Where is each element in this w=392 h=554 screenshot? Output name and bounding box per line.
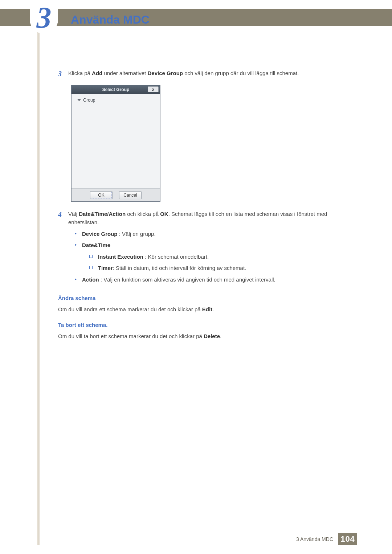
step-text: Välj Date&Time/Action och klicka på OK. … bbox=[68, 210, 348, 287]
bold-add: Add bbox=[92, 70, 102, 76]
caret-down-icon bbox=[77, 99, 81, 101]
bold-device-group: Device Group bbox=[147, 70, 183, 76]
footer-label: 3 Använda MDC bbox=[296, 536, 333, 542]
list-item: Instant Execution : Kör schemat omedelba… bbox=[89, 253, 348, 261]
dialog-footer: OK Cancel bbox=[72, 188, 160, 201]
header-bar bbox=[0, 9, 392, 26]
text: under alternativet bbox=[102, 70, 147, 76]
bold: Instant Execution bbox=[98, 254, 143, 260]
bold: Date&Time bbox=[82, 242, 110, 248]
text: . bbox=[212, 306, 214, 312]
bold: Action bbox=[82, 276, 99, 283]
step-text: Klicka på Add under alternativet Device … bbox=[68, 69, 348, 78]
select-group-dialog: Select Group x Group OK Ca bbox=[71, 85, 160, 202]
bold-edit: Edit bbox=[202, 306, 212, 312]
step-number: 4 bbox=[58, 210, 68, 287]
text: : Välj en grupp. bbox=[118, 231, 156, 237]
text: Om du vill ändra ett schema markerar du … bbox=[58, 306, 202, 312]
bold-dta: Date&Time/Action bbox=[79, 211, 126, 217]
paragraph: Om du vill ta bort ett schema markerar d… bbox=[58, 332, 348, 341]
heading-edit-schema: Ändra schema bbox=[58, 295, 348, 301]
chapter-number: 3 bbox=[30, 3, 58, 33]
button-label: OK bbox=[98, 193, 104, 198]
dialog-title: Select Group bbox=[102, 87, 130, 92]
page-number: 104 bbox=[338, 533, 357, 545]
cancel-button[interactable]: Cancel bbox=[119, 191, 142, 199]
text: : Välj en funktion som aktiveras vid ang… bbox=[99, 276, 275, 283]
heading-delete-schema: Ta bort ett schema. bbox=[58, 322, 348, 328]
bold-delete: Delete bbox=[204, 333, 220, 339]
step-3: 3 Klicka på Add under alternativet Devic… bbox=[58, 69, 348, 78]
button-label: Cancel bbox=[123, 193, 137, 198]
left-stripe bbox=[37, 9, 40, 545]
text: Klicka på bbox=[68, 70, 92, 76]
dialog-titlebar: Select Group x bbox=[72, 85, 160, 94]
sub-list: Instant Execution : Kör schemat omedelba… bbox=[89, 253, 348, 272]
text: : Kör schemat omedelbart. bbox=[143, 254, 209, 260]
dialog-body: Group bbox=[72, 94, 160, 188]
page-number-text: 104 bbox=[340, 534, 355, 544]
page-footer: 3 Använda MDC 104 bbox=[0, 533, 392, 545]
text: och välj den grupp där du vill lägga til… bbox=[183, 70, 299, 76]
bullet-list: Device Group : Välj en grupp. Date&Time … bbox=[75, 230, 348, 284]
close-button[interactable]: x bbox=[148, 86, 159, 92]
bold: Device Group bbox=[82, 231, 118, 237]
text: Om du vill ta bort ett schema markerar d… bbox=[58, 333, 204, 339]
bold-ok: OK bbox=[160, 211, 168, 217]
step-number: 3 bbox=[58, 69, 68, 78]
content-area: 3 Klicka på Add under alternativet Devic… bbox=[58, 69, 348, 340]
bold: Timer bbox=[98, 265, 113, 271]
tree-item-group[interactable]: Group bbox=[77, 98, 156, 103]
list-item: Device Group : Välj en grupp. bbox=[75, 230, 348, 238]
close-icon: x bbox=[152, 87, 154, 91]
step-4: 4 Välj Date&Time/Action och klicka på OK… bbox=[58, 210, 348, 287]
dialog-screenshot: Select Group x Group OK Ca bbox=[71, 85, 348, 202]
list-item: Timer: Ställ in datum, tid och intervall… bbox=[89, 264, 348, 272]
tree-label: Group bbox=[83, 98, 95, 103]
text: : Ställ in datum, tid och intervall för … bbox=[113, 265, 246, 271]
chapter-title: Använda MDC bbox=[71, 13, 150, 26]
paragraph: Om du vill ändra ett schema markerar du … bbox=[58, 305, 348, 314]
list-item: Action : Välj en funktion som aktiveras … bbox=[75, 276, 348, 284]
text: . bbox=[220, 333, 221, 339]
text: och klicka på bbox=[126, 211, 160, 217]
text: Välj bbox=[68, 211, 79, 217]
document-page: 3 Använda MDC 3 Klicka på Add under alte… bbox=[0, 0, 392, 554]
ok-button[interactable]: OK bbox=[90, 191, 113, 199]
list-item: Date&Time Instant Execution : Kör schema… bbox=[75, 241, 348, 272]
